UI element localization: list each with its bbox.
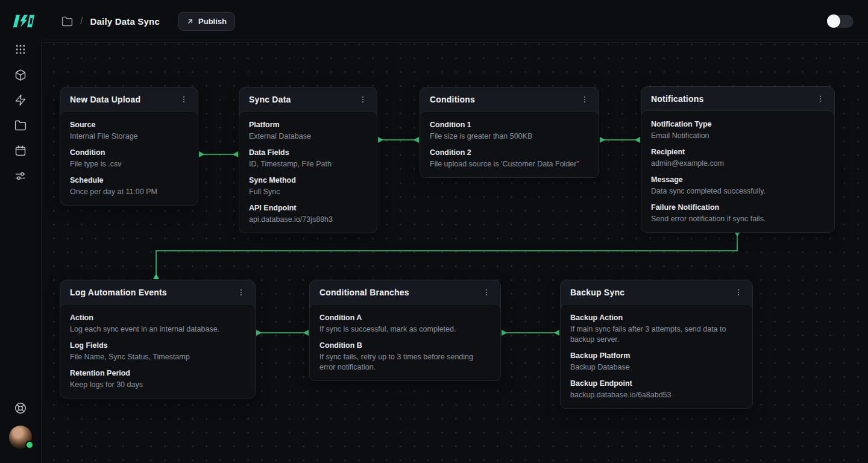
connector-notifications-log — [156, 236, 737, 276]
folder-icon[interactable] — [61, 16, 73, 27]
field-label: Condition A — [319, 313, 491, 323]
lifebuoy-help-icon[interactable] — [14, 402, 27, 415]
breadcrumb: / Daily Data Sync — [61, 16, 160, 27]
node-field: Failure Notification Send error notifica… — [651, 203, 825, 224]
sliders-icon[interactable] — [14, 170, 27, 182]
node-title: Conditions — [430, 95, 475, 104]
field-value: File type is .csv — [70, 159, 188, 169]
field-label: Data Fields — [249, 148, 367, 158]
calendar-icon[interactable] — [14, 145, 27, 157]
field-value: Log each sync event in an internal datab… — [70, 324, 245, 335]
field-label: Condition — [70, 148, 188, 158]
field-value: Internal File Storage — [70, 131, 188, 142]
app-root: / Daily Data Sync Publish — [0, 0, 868, 463]
node-field: Recipient admin@example.com — [651, 147, 825, 169]
node-title: Backup Sync — [570, 288, 624, 297]
topbar: / Daily Data Sync Publish — [0, 0, 868, 42]
node-log-automation-events[interactable]: Log Automation Events Action Log each sy… — [60, 280, 256, 398]
field-label: Failure Notification — [651, 203, 825, 213]
node-body: Condition A If sync is successful, mark … — [309, 304, 501, 381]
field-label: Sync Method — [249, 175, 367, 186]
node-field: Backup Endpoint backup.database.io/6a8ab… — [570, 379, 743, 400]
node-new-data-upload[interactable]: New Data Upload Source Internal File Sto… — [60, 87, 198, 206]
node-field: Source Internal File Storage — [70, 120, 188, 142]
field-label: Message — [651, 175, 825, 185]
node-body: Backup Action If main sync fails after 3… — [560, 304, 753, 409]
field-value: File Name, Sync Status, Timestamp — [70, 352, 245, 362]
node-field: Condition 1 File size is greater than 50… — [430, 120, 589, 142]
workflow-canvas[interactable]: New Data Upload Source Internal File Sto… — [41, 42, 868, 463]
field-label: Notification Type — [651, 119, 825, 130]
node-backup-sync[interactable]: Backup Sync Backup Action If main sync f… — [560, 280, 753, 409]
field-label: Backup Endpoint — [570, 379, 743, 389]
node-field: Notification Type Email Notification — [651, 119, 825, 141]
node-field: Schedule Once per day at 11:00 PM — [70, 175, 188, 197]
field-label: Condition B — [319, 341, 491, 351]
kebab-menu-icon[interactable] — [815, 93, 826, 104]
kebab-menu-icon[interactable] — [579, 94, 590, 105]
node-header: Conditions — [420, 87, 599, 111]
field-value: Send error notification if sync fails. — [651, 214, 825, 224]
node-conditions[interactable]: Conditions Condition 1 File size is grea… — [420, 87, 599, 178]
field-value: Full Sync — [249, 187, 367, 197]
field-value: Email Notification — [651, 131, 825, 141]
node-field: Platform External Database — [249, 120, 367, 142]
node-field: API Endpoint api.database.io/73js88h3 — [249, 203, 367, 225]
zap-icon[interactable] — [14, 94, 27, 106]
node-field: Condition A If sync is successful, mark … — [319, 313, 491, 335]
node-field: Condition File type is .csv — [70, 148, 188, 169]
node-body: Notification Type Email Notification Rec… — [641, 110, 835, 233]
kebab-menu-icon[interactable] — [357, 94, 368, 105]
node-notifications[interactable]: Notifications Notification Type Email No… — [641, 86, 835, 233]
field-value: admin@example.com — [651, 159, 825, 169]
app-logo[interactable] — [12, 12, 36, 30]
node-field: Condition B If sync fails, retry up to 3… — [319, 341, 491, 373]
field-value: If sync is successful, mark as completed… — [319, 324, 491, 335]
field-value: Data sync completed successfully. — [651, 186, 825, 197]
node-field: Backup Platform Backup Database — [570, 351, 743, 373]
field-label: Action — [70, 313, 245, 323]
kebab-menu-icon[interactable] — [236, 287, 247, 298]
node-header: New Data Upload — [60, 87, 198, 111]
field-value: Backup Database — [570, 362, 743, 373]
folder-icon[interactable] — [14, 119, 27, 131]
node-body: Platform External Database Data Fields I… — [239, 111, 377, 233]
field-label: API Endpoint — [249, 203, 367, 213]
field-value: Once per day at 11:00 PM — [70, 187, 188, 197]
node-title: Log Automation Events — [70, 288, 167, 297]
field-value: File upload source is 'Customer Data Fol… — [430, 159, 589, 169]
online-status-dot — [25, 441, 34, 449]
node-header: Log Automation Events — [60, 280, 255, 304]
theme-toggle[interactable] — [827, 15, 854, 28]
box-icon[interactable] — [14, 69, 27, 81]
publish-label: Publish — [198, 17, 227, 26]
field-label: Backup Action — [570, 313, 743, 323]
field-value: File size is greater than 500KB — [430, 131, 589, 142]
field-value: If main sync fails after 3 attempts, sen… — [570, 324, 743, 345]
node-field: Retention Period Keep logs for 30 days — [70, 368, 245, 390]
field-label: Backup Platform — [570, 351, 743, 361]
node-header: Sync Data — [239, 87, 377, 111]
page-title: Daily Data Sync — [90, 16, 160, 27]
node-body: Action Log each sync event in an interna… — [60, 304, 256, 398]
node-sync-data[interactable]: Sync Data Platform External Database Dat… — [239, 87, 377, 233]
node-body: Condition 1 File size is greater than 50… — [420, 111, 599, 178]
grid-dots-icon[interactable] — [14, 43, 27, 55]
kebab-menu-icon[interactable] — [178, 94, 189, 105]
node-header: Backup Sync — [561, 280, 752, 304]
field-label: Condition 1 — [430, 120, 589, 130]
kebab-menu-icon[interactable] — [481, 287, 492, 298]
user-avatar[interactable] — [9, 426, 32, 449]
field-label: Schedule — [70, 175, 188, 186]
node-field: Condition 2 File upload source is 'Custo… — [430, 148, 589, 169]
field-label: Source — [70, 120, 188, 130]
node-field: Message Data sync completed successfully… — [651, 175, 825, 197]
publish-button[interactable]: Publish — [178, 12, 235, 31]
kebab-menu-icon[interactable] — [733, 287, 744, 298]
node-field: Action Log each sync event in an interna… — [70, 313, 245, 335]
node-title: Sync Data — [249, 95, 291, 104]
node-field: Backup Action If main sync fails after 3… — [570, 313, 743, 345]
field-label: Platform — [249, 120, 367, 130]
node-field: Sync Method Full Sync — [249, 175, 367, 197]
node-conditional-branches[interactable]: Conditional Branches Condition A If sync… — [309, 280, 501, 381]
